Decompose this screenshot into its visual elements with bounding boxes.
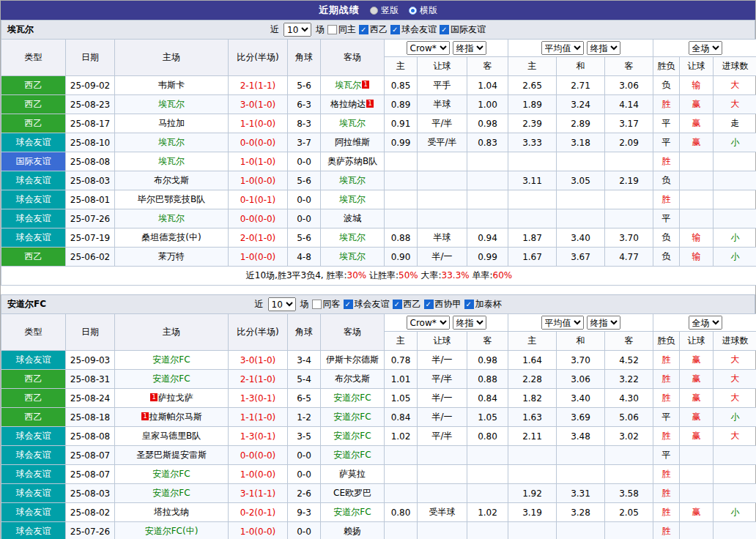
score-halftime: 2-0(1-0) (229, 228, 288, 248)
checkbox-checked-icon[interactable] (359, 25, 368, 34)
same-venue-filter[interactable]: 同客 (312, 298, 341, 311)
handicap-odds: 半/一 (418, 248, 467, 267)
score-halftime: 3-0(1-0) (229, 95, 288, 114)
team-name-text[interactable]: 埃瓦尔 (339, 251, 366, 261)
team-name-text[interactable]: 皇家马德里B队 (142, 431, 201, 441)
team-name-text[interactable]: 埃瓦尔 (339, 118, 366, 128)
score-halftime: 2-1(1-1) (229, 76, 288, 95)
bookmaker-select[interactable]: Crow* (407, 41, 450, 55)
league-filter-label: 西协甲 (435, 298, 462, 311)
team-name-text[interactable]: 安道尔FC (152, 373, 190, 384)
avg-odds-select[interactable]: 平均值 (541, 316, 584, 330)
match-type: 球会友谊 (1, 522, 66, 539)
league-filter[interactable]: 国际友谊 (440, 23, 486, 36)
team-name-text[interactable]: 奥萨苏纳B队 (327, 156, 377, 166)
team-name-text[interactable]: 安道尔FC (152, 354, 190, 365)
layout-radio-horizontal[interactable]: 横版 (409, 4, 437, 17)
league-filter[interactable]: 西乙 (359, 23, 388, 36)
team-name-text[interactable]: 赖扬 (344, 526, 361, 536)
handicap-odds: 0.99 (467, 248, 508, 267)
team-name-text[interactable]: 埃瓦尔 (158, 213, 185, 223)
bookmaker-select[interactable]: Crow* (407, 316, 450, 330)
team-name-text[interactable]: 埃瓦尔 (339, 232, 366, 242)
team-name-text[interactable]: 圣瑟巴斯提安雷斯 (136, 450, 207, 460)
team-name-text[interactable]: 韦斯卡 (158, 80, 185, 90)
team-name-text[interactable]: 埃瓦尔 (339, 175, 366, 185)
avg-stage-select[interactable]: 终指 (587, 41, 620, 55)
match-count-select[interactable]: 10 (268, 297, 296, 311)
match-date: 25-08-08 (66, 152, 115, 171)
team-name-text[interactable]: 安道尔FC (152, 469, 190, 479)
avg-stage-select[interactable]: 终指 (587, 316, 620, 330)
team-name-text[interactable]: 安道尔FC (333, 507, 371, 517)
match-row: 西乙25-06-02莱万特1-0(0-0)4-8埃瓦尔0.90半/一0.991.… (1, 248, 756, 267)
team-name-text[interactable]: CE欧罗巴 (333, 488, 371, 498)
checkbox-unchecked-icon[interactable] (312, 300, 322, 309)
match-type: 西乙 (1, 248, 66, 267)
team-name-text[interactable]: 埃瓦尔 (158, 99, 185, 109)
team-name-text[interactable]: 埃瓦尔 (335, 80, 361, 90)
team-name-text[interactable]: 埃瓦尔 (158, 137, 185, 147)
scope-select[interactable]: 全场 (689, 41, 722, 55)
avg-odds-select[interactable]: 平均值 (541, 41, 584, 55)
team-name-text[interactable]: 马拉加 (158, 118, 185, 128)
team-name-text[interactable]: 阿拉维斯 (335, 137, 370, 147)
league-filter[interactable]: 西乙 (393, 298, 421, 311)
scope-select[interactable]: 全场 (689, 316, 722, 330)
average-odds: 3.33 (508, 133, 557, 152)
filter-bar: 近 10 场 同主 西乙球会友谊国际友谊 (270, 23, 486, 37)
result-cell: 大 (714, 427, 756, 446)
checkbox-checked-icon[interactable] (393, 300, 402, 309)
team-name-text[interactable]: 安道尔FC (152, 488, 190, 498)
league-filter[interactable]: 加泰杯 (464, 298, 502, 311)
team-name-text[interactable]: 萨莫拉 (339, 469, 366, 479)
match-count-select[interactable]: 10 (284, 23, 311, 37)
team-name-text[interactable]: 塔拉戈纳 (154, 507, 189, 517)
team-name-text[interactable]: 波城 (344, 213, 361, 223)
average-odds (605, 446, 653, 465)
checkbox-unchecked-icon[interactable] (327, 25, 337, 34)
checkbox-checked-icon[interactable] (344, 300, 353, 309)
handicap-odds: 0.85 (385, 76, 418, 95)
same-venue-filter[interactable]: 同主 (327, 23, 356, 36)
team-name-text[interactable]: 埃瓦尔 (339, 194, 366, 204)
team-name-text[interactable]: 埃瓦尔 (158, 156, 185, 166)
checkbox-checked-icon[interactable] (390, 25, 400, 34)
team-name-text[interactable]: 安道尔FC (333, 431, 371, 441)
league-filter[interactable]: 球会友谊 (344, 298, 390, 311)
team-name-text[interactable]: 格拉纳达 (330, 99, 366, 109)
team-name-text[interactable]: 安道尔FC (333, 412, 371, 422)
team-name-text[interactable]: 毕尔巴鄂竞技B队 (138, 194, 205, 204)
checkbox-checked-icon[interactable] (464, 300, 474, 309)
team-name-text[interactable]: 安道尔FC (333, 450, 371, 460)
team-name-text[interactable]: 莱万特 (158, 251, 185, 261)
result-cell (714, 171, 756, 190)
summary-text: 60% (493, 270, 513, 280)
odds-group-2: 平均值终指 (508, 314, 653, 332)
odds-stage-select[interactable]: 终指 (453, 316, 486, 330)
col-subheader: 进球数 (714, 57, 756, 76)
team-name-text[interactable]: 布尔戈斯 (154, 175, 189, 185)
result-cell (680, 465, 714, 484)
match-date: 25-08-08 (66, 427, 115, 446)
odds-stage-select[interactable]: 终指 (453, 41, 486, 55)
layout-radio-vertical[interactable]: 竖版 (370, 4, 399, 17)
score-halftime: 1-0(0-0) (229, 522, 288, 539)
league-filter[interactable]: 球会友谊 (390, 23, 437, 36)
col-header: 角球 (288, 40, 321, 76)
team-name-text[interactable]: 伊斯卡尔德斯 (326, 354, 379, 365)
checkbox-checked-icon[interactable] (424, 300, 434, 309)
recent-results-page: 近期战绩 竖版 横版 埃瓦尔 近 10 场 同主 西乙球会友谊国际友谊 类型日期… (0, 0, 756, 539)
league-filter[interactable]: 西协甲 (424, 298, 462, 311)
checkbox-checked-icon[interactable] (440, 25, 449, 34)
team-name-text[interactable]: 布尔戈斯 (335, 373, 370, 384)
team-name-text[interactable]: 拉斯帕尔马斯 (149, 412, 202, 422)
handicap-odds (385, 446, 418, 465)
team-name-text[interactable]: 萨拉戈萨 (158, 393, 193, 403)
team-name-text[interactable]: 桑坦德竞技(中) (141, 232, 201, 242)
team-name-text[interactable]: 安道尔FC(中) (145, 526, 199, 536)
corner-count: 0-0 (288, 522, 321, 539)
team-name-text[interactable]: 安道尔FC (333, 393, 371, 403)
red-card-badge: 1 (141, 412, 149, 420)
match-date: 25-09-02 (66, 76, 115, 95)
